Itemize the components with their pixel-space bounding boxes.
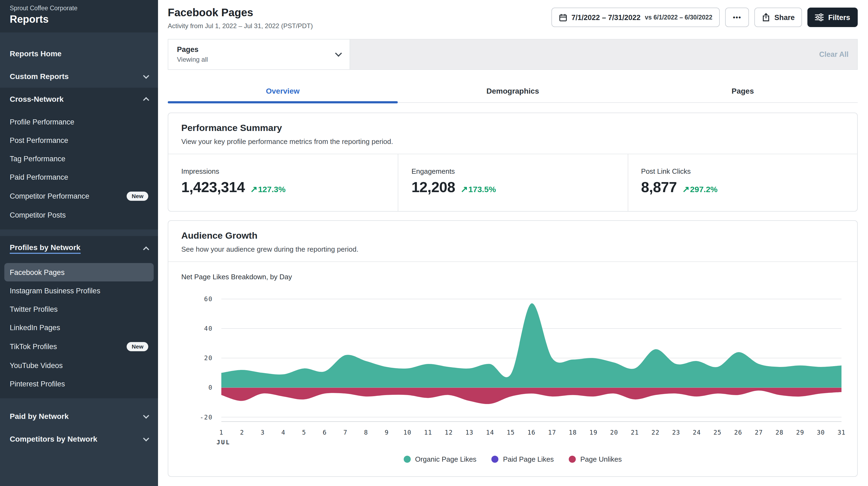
legend-item-page-unlikes[interactable]: Page Unlikes xyxy=(569,455,622,463)
audience-growth-header: Audience Growth See how your audience gr… xyxy=(168,221,857,262)
x-axis-tick-label: 13 xyxy=(465,429,473,436)
legend-swatch xyxy=(492,456,499,463)
sidebar-item-competitor-posts[interactable]: Competitor Posts xyxy=(0,206,158,224)
chevron-up-icon xyxy=(143,246,149,253)
org-label: Sprout Coffee Corporate xyxy=(10,5,148,11)
main-content: Facebook Pages Activity from Jul 1, 2022… xyxy=(158,0,868,486)
legend-label: Organic Page Likes xyxy=(415,455,476,463)
sidebar-section-paid-by-network[interactable]: Paid by Network xyxy=(0,405,158,428)
metric-change-value: 297.2% xyxy=(690,185,718,194)
sidebar-item-reports-home[interactable]: Reports Home xyxy=(0,42,158,65)
sidebar-item-twitter-profiles[interactable]: Twitter Profiles xyxy=(0,300,158,318)
sidebar-item-tiktok-profiles[interactable]: TikTok Profiles New xyxy=(0,337,158,356)
item-label: LinkedIn Pages xyxy=(10,323,60,332)
x-axis-tick-label: 21 xyxy=(631,429,639,436)
page-title: Facebook Pages xyxy=(168,6,313,19)
sidebar-item-instagram-business-profiles[interactable]: Instagram Business Profiles xyxy=(0,281,158,300)
audience-growth-chart: -200204060123456789101112131415161718192… xyxy=(181,288,844,454)
sidebar-header: Sprout Coffee Corporate Reports xyxy=(0,0,158,32)
date-compare-label: vs 6/1/2022 – 6/30/2022 xyxy=(645,14,712,21)
sidebar-section-custom-reports[interactable]: Custom Reports xyxy=(0,65,158,88)
legend-label: Paid Page Likes xyxy=(503,455,554,463)
sidebar-item-profile-performance[interactable]: Profile Performance xyxy=(0,113,158,131)
item-label: Instagram Business Profiles xyxy=(10,286,100,295)
metric-impressions: Impressions 1,423,314 127.3% xyxy=(168,154,398,211)
x-axis-tick-label: 3 xyxy=(260,429,265,436)
audience-growth-body: Net Page Likes Breakdown, by Day -200204… xyxy=(168,262,857,476)
tab-demographics[interactable]: Demographics xyxy=(398,82,628,102)
legend-swatch xyxy=(404,456,411,463)
x-axis-tick-label: 25 xyxy=(713,429,722,436)
date-range-button[interactable]: 7/1/2022 – 7/31/2022 vs 6/1/2022 – 6/30/… xyxy=(551,7,720,27)
x-axis-tick-label: 10 xyxy=(403,429,411,436)
calendar-icon xyxy=(559,13,567,21)
sidebar-section-competitors-by-network[interactable]: Competitors by Network xyxy=(0,428,158,450)
legend-item-paid-page-likes[interactable]: Paid Page Likes xyxy=(492,455,554,463)
sidebar-item-linkedin-pages[interactable]: LinkedIn Pages xyxy=(0,318,158,337)
y-axis-tick-label: 20 xyxy=(204,355,213,362)
header-actions: 7/1/2022 – 7/31/2022 vs 6/1/2022 – 6/30/… xyxy=(551,7,858,27)
chevron-down-icon xyxy=(143,435,149,442)
legend-item-organic-page-likes[interactable]: Organic Page Likes xyxy=(404,455,476,463)
legend-label: Page Unlikes xyxy=(580,455,622,463)
item-label: Facebook Pages xyxy=(10,268,65,276)
sidebar-section-cross-network[interactable]: Cross-Network xyxy=(0,88,158,111)
share-button[interactable]: Share xyxy=(754,7,802,27)
item-label: Competitor Performance xyxy=(10,192,89,200)
sidebar-item-paid-performance[interactable]: Paid Performance xyxy=(0,168,158,186)
item-label: Profile Performance xyxy=(10,118,74,126)
sidebar-item-post-performance[interactable]: Post Performance xyxy=(0,131,158,149)
clear-all-link[interactable]: Clear All xyxy=(819,50,848,58)
sidebar-nav: Reports Home Custom Reports Cross-Networ… xyxy=(0,32,158,450)
page-header-titles: Facebook Pages Activity from Jul 1, 2022… xyxy=(168,6,313,30)
section-label: Custom Reports xyxy=(10,72,69,81)
metric-label: Impressions xyxy=(181,167,385,175)
x-axis-tick-label: 12 xyxy=(445,429,453,436)
x-axis-tick-label: 17 xyxy=(548,429,556,436)
x-axis-tick-label: 22 xyxy=(652,429,660,436)
sidebar-item-facebook-pages[interactable]: Facebook Pages xyxy=(4,263,154,281)
pages-filter-subtitle: Viewing all xyxy=(177,56,208,63)
tab-pages[interactable]: Pages xyxy=(628,82,858,102)
x-axis-tick-label: 29 xyxy=(796,429,804,436)
sidebar-item-competitor-performance[interactable]: Competitor Performance New xyxy=(0,186,158,206)
x-axis-tick-label: 23 xyxy=(672,429,680,436)
metric-change: 127.3% xyxy=(250,184,286,194)
page-subtitle: Activity from Jul 1, 2022 – Jul 31, 2022… xyxy=(168,22,313,30)
metric-change: 173.5% xyxy=(461,184,496,194)
section-label: Cross-Network xyxy=(10,95,64,103)
y-axis-tick-label: -20 xyxy=(200,414,213,421)
metric-value-line: 12,208 173.5% xyxy=(411,179,615,196)
metric-value: 12,208 xyxy=(411,179,455,196)
chevron-up-icon xyxy=(143,97,149,103)
sidebar-section-profiles-by-network[interactable]: Profiles by Network xyxy=(0,236,158,261)
metric-label: Engagements xyxy=(411,167,615,175)
up-right-arrow-icon xyxy=(250,184,257,194)
x-axis-tick-label: 31 xyxy=(837,429,845,436)
chevron-down-icon xyxy=(335,50,342,57)
metric-value: 1,423,314 xyxy=(181,179,245,196)
item-label: Twitter Profiles xyxy=(10,305,58,313)
metrics-row: Impressions 1,423,314 127.3% Engagements… xyxy=(168,154,857,211)
filter-strip: Pages Viewing all Clear All xyxy=(168,39,858,70)
more-options-button[interactable]: ••• xyxy=(725,7,749,27)
chart-legend: Organic Page LikesPaid Page LikesPage Un… xyxy=(181,455,844,463)
tab-overview[interactable]: Overview xyxy=(168,82,398,102)
y-axis-tick-label: 60 xyxy=(204,296,213,303)
filters-button[interactable]: Filters xyxy=(808,7,858,27)
y-axis-tick-label: 40 xyxy=(204,325,213,332)
pages-filter-dropdown[interactable]: Pages Viewing all xyxy=(168,39,350,69)
sidebar-item-tag-performance[interactable]: Tag Performance xyxy=(0,149,158,168)
x-axis-tick-label: 7 xyxy=(343,429,347,436)
x-axis-tick-label: 27 xyxy=(755,429,763,436)
content-area: Pages Viewing all Clear All Overview Dem… xyxy=(158,39,868,486)
section-label: Profiles by Network xyxy=(10,243,80,254)
area-series-page-unlikes xyxy=(221,388,841,404)
x-axis-tick-label: 4 xyxy=(281,429,285,436)
profiles-by-network-items: Facebook Pages Instagram Business Profil… xyxy=(0,261,158,398)
sidebar-item-youtube-videos[interactable]: YouTube Videos xyxy=(0,356,158,374)
card-subtitle: See how your audience grew during the re… xyxy=(181,245,844,253)
legend-swatch xyxy=(569,456,576,463)
cross-network-items: Profile Performance Post Performance Tag… xyxy=(0,111,158,230)
sidebar-item-pinterest-profiles[interactable]: Pinterest Profiles xyxy=(0,374,158,393)
